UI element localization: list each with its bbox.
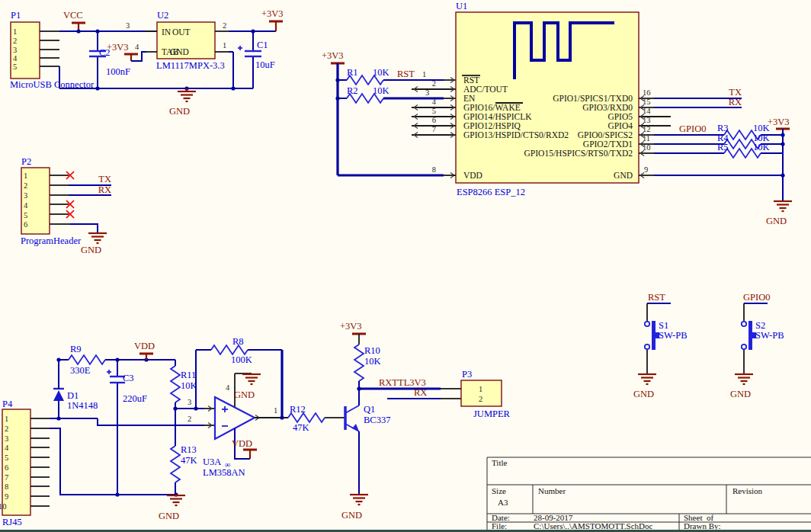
u1-pin-number: 15: [643, 98, 651, 106]
r8-refdes: R8: [232, 336, 244, 347]
gnd-net-label: GND: [341, 510, 362, 521]
u1-pin-name: GPIO5: [607, 112, 633, 121]
switch-s2[interactable]: GPIO0 S2 SW-PB GND: [730, 292, 784, 399]
resistor-r13[interactable]: R13 47K: [171, 409, 197, 495]
u1-pin-number: 13: [643, 116, 651, 124]
tx-rx-stubs[interactable]: TX RX: [654, 87, 742, 107]
u3a-pin4-number: 4: [226, 383, 230, 392]
u1-pin-name: GPIO0/SPICS2: [578, 130, 633, 139]
u1-pin-name: GPIO14/HSPICLK: [463, 112, 532, 121]
r11-symbol: [171, 366, 180, 402]
v33-power-port-esp[interactable]: +3V3: [322, 50, 345, 175]
p1-pin-number: 5: [13, 62, 17, 71]
u1-pin-number: 12: [643, 125, 651, 133]
u1-pin-name: GPIO1/SPICS1/TXD0: [553, 94, 633, 103]
u1-pin-name: GPIO13/HSPID/CTS0/RXD2: [463, 130, 569, 139]
u2-pin-name-in: IN: [162, 27, 171, 37]
title-block: Title Size Number Revision A3 Date: 28-0…: [487, 457, 811, 530]
gnd-symbol-icon: [242, 374, 261, 384]
vdd-net-label: VDD: [232, 438, 252, 449]
gnd-symbol-icon: [638, 374, 656, 384]
vdd-power-port[interactable]: VDD: [134, 341, 155, 362]
resistor-r12[interactable]: R12 47K: [288, 404, 345, 433]
p2-pin-number: 4: [24, 201, 28, 210]
resistor-r11[interactable]: R11 10K: [171, 360, 197, 409]
p1-refdes: P1: [11, 10, 21, 21]
pullup-resistors[interactable]: GPIO0 R3 10K R4 10K R5 10K +3V3 GND: [654, 117, 792, 226]
esp8266-section: +3V3 R1 10K RST 1 R2 10K 3 U1: [322, 1, 792, 226]
gnd-net-label: GND: [730, 389, 751, 399]
amplifier-section: P4 1 2 3 4 5 6 7 8 9 10 RJ45: [0, 321, 511, 527]
u1-part-name: ESP8266 ESP_12: [457, 187, 525, 197]
gnd-port-regulator[interactable]: GND: [169, 86, 196, 117]
r12-refdes: R12: [290, 404, 306, 415]
vcc-power-port[interactable]: VCC: [63, 10, 85, 34]
u1-pin-number: 9: [644, 165, 648, 174]
p4-pin-number: 8: [5, 482, 8, 491]
s2-contact-icon: [742, 345, 746, 349]
p4-pin-number: 6: [5, 463, 8, 472]
esp8266-module-u1[interactable]: U1 RST ADC/TOUT EN GPIO16/WAKE GPIO14/HS…: [412, 1, 671, 197]
gnd-net-label: GND: [234, 389, 255, 400]
resistor-r1[interactable]: R1 10K RST 1: [338, 67, 456, 85]
u2-pin4-number: 4: [135, 43, 139, 51]
q1-refdes: Q1: [364, 404, 375, 415]
u2-pin2-number: 2: [223, 21, 226, 30]
program-header-section: P2 1 2 3 4 5 6 ProgramHeader TX RX: [21, 156, 111, 255]
r10-value: 10K: [364, 356, 381, 367]
gnd-symbol-icon: [774, 201, 792, 211]
resistor-r2[interactable]: R2 10K 3: [338, 85, 456, 103]
p2-tx-rx-wires[interactable]: TX RX: [69, 174, 111, 195]
gnd-port-amp[interactable]: GND: [159, 495, 185, 521]
u3a-part-name: LM358AN: [203, 467, 245, 478]
u1-pin-name: GPIO12/HSPIQ: [463, 121, 521, 130]
connector-p2[interactable]: P2 1 2 3 4 5 6 ProgramHeader: [21, 156, 82, 246]
s2-actuator-icon: [748, 321, 752, 350]
switch-s1[interactable]: RST S1 SW-PB GND: [633, 292, 688, 399]
tx-net-label: TX: [98, 174, 111, 184]
u1-pin-name: VDD: [463, 171, 482, 180]
r9-value: 330E: [70, 365, 91, 376]
u3a-pin1-number: 1: [274, 406, 277, 415]
gnd-net-label: GND: [169, 106, 190, 117]
rst-net-label: RST: [648, 292, 665, 303]
p4-pin-number: 1: [5, 415, 8, 423]
cap-c3[interactable]: C3 220uF: [107, 357, 147, 495]
u1-pin-name: GPIO2/TXD1: [583, 139, 633, 149]
u3a-refdes: U3A: [203, 457, 221, 467]
r5-value: 10K: [753, 142, 770, 152]
r1-refdes: R1: [347, 67, 358, 78]
resistor-r10[interactable]: +3V3 R10 10K: [340, 321, 381, 389]
c3-value: 220uF: [123, 393, 147, 404]
u1-refdes: U1: [456, 1, 467, 11]
p4-refdes: P4: [2, 399, 13, 409]
d1-refdes: D1: [67, 390, 79, 401]
p4-pin-number: 4: [5, 444, 9, 452]
v33-power-port-tab[interactable]: +3V3: [107, 42, 146, 61]
schematic-canvas: P1 1 2 3 4 5 MicroUSB Connector VCC: [0, 0, 811, 532]
r13-value: 47K: [181, 455, 197, 466]
vdd-net-label: VDD: [134, 341, 155, 351]
vcc-net-label: VCC: [63, 10, 83, 21]
cap-c2[interactable]: C2 100nF: [89, 29, 130, 90]
revision-label: Revision: [732, 486, 763, 495]
schematic-sheet: P1 1 2 3 4 5 MicroUSB Connector VCC: [0, 0, 811, 532]
s2-value: SW-PB: [755, 330, 784, 341]
u1-pin-name: RST: [463, 75, 479, 85]
v33-net-label: +3V3: [322, 50, 344, 61]
p4-pin-number: 7: [5, 473, 8, 482]
u1-pin-name: GPIO15/HSPICS/RTS0/TXD2: [524, 149, 633, 158]
rxttl3v3-net-label: RXTTL3V3: [379, 377, 426, 388]
gnd-symbol-icon: [350, 495, 368, 505]
cap-c1[interactable]: C1 10uF: [231, 29, 274, 90]
transistor-q1[interactable]: Q1 BC337 GND: [341, 389, 390, 521]
v33-power-port-out[interactable]: +3V3: [261, 8, 284, 31]
p3-pin-number: 1: [479, 385, 482, 393]
gnd-net-label: GND: [81, 245, 101, 255]
connector-p4[interactable]: P4 1 2 3 4 5 6 7 8 9 10 RJ45: [0, 399, 50, 527]
u1-pin-number: 4: [432, 98, 437, 106]
u3a-pin3-number: 3: [188, 398, 191, 406]
file-label: File:: [492, 521, 507, 530]
p4-pin-number: 10: [0, 502, 7, 511]
jumper-p3[interactable]: RXTTL3V3 RX P3 1 2 JUMPER: [357, 369, 510, 419]
